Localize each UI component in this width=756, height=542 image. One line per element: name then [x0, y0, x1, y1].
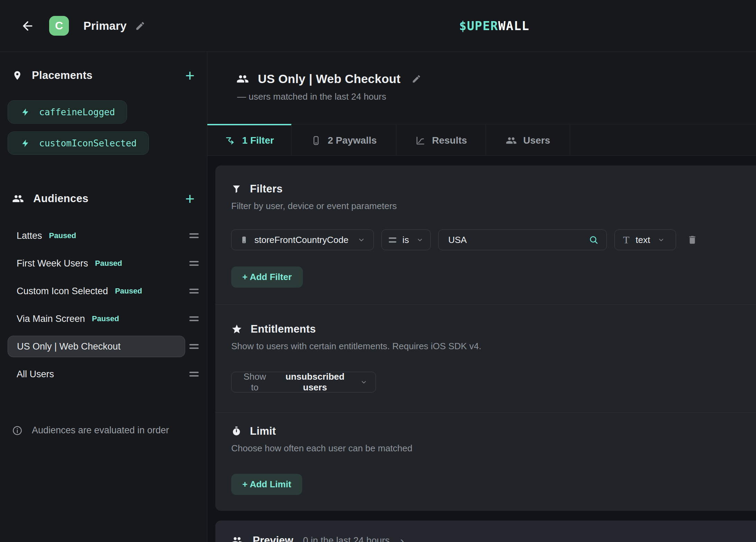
- star-icon: [231, 324, 242, 335]
- audience-item-all-users[interactable]: All Users: [8, 360, 199, 388]
- sidebar: Placements + caffeineLogged customIconSe…: [0, 52, 207, 542]
- filter-row: storeFrontCountryCode is: [231, 229, 746, 250]
- audience-name: First Week Users: [17, 258, 88, 269]
- tab-results[interactable]: Results: [396, 124, 486, 155]
- value-type-select[interactable]: T text: [614, 229, 676, 250]
- edit-project-button[interactable]: [135, 21, 145, 31]
- audience-name: Lattes: [17, 231, 42, 241]
- filter-value-input[interactable]: [448, 235, 582, 245]
- edit-audience-button[interactable]: [412, 74, 421, 84]
- placements-header: Placements +: [8, 68, 199, 83]
- audiences-footnote: Audiences are evaluated in order: [8, 425, 199, 436]
- audience-item-lattes[interactable]: Lattes Paused: [8, 222, 199, 250]
- superwall-logo: $UPERWALL: [459, 19, 529, 33]
- audience-name: Custom Icon Selected: [17, 286, 108, 297]
- status-badge: Paused: [49, 231, 76, 240]
- audience-name: US Only | Web Checkout: [17, 341, 120, 352]
- add-filter-button[interactable]: + Add Filter: [231, 267, 303, 288]
- preview-heading: Preview: [253, 534, 293, 542]
- operator-select[interactable]: is: [381, 229, 431, 250]
- show-to-select[interactable]: Show to unsubscribed users: [231, 372, 376, 392]
- drag-handle-icon[interactable]: [189, 344, 199, 349]
- users-icon: [12, 193, 24, 205]
- tab-label: 2 Paywalls: [328, 135, 377, 146]
- show-to-value: unsubscribed users: [276, 371, 354, 393]
- drag-handle-icon[interactable]: [189, 372, 199, 377]
- phone-icon: [311, 135, 321, 146]
- audience-header: US Only | Web Checkout — users matched i…: [207, 52, 756, 102]
- audience-list: Lattes Paused First Week Users Paused Cu…: [8, 222, 199, 388]
- pencil-icon: [135, 21, 145, 31]
- drag-handle-icon[interactable]: [189, 316, 199, 321]
- footnote-text: Audiences are evaluated in order: [32, 425, 169, 436]
- operator-value: is: [403, 235, 409, 245]
- filter-value-field[interactable]: [438, 229, 607, 250]
- placement-list: caffeineLogged customIconSelected: [8, 100, 199, 155]
- users-icon: [506, 135, 517, 146]
- bolt-icon: [21, 108, 30, 117]
- equals-icon: [389, 237, 396, 243]
- preview-header[interactable]: Preview 0 in the last 24 hours ›: [231, 533, 746, 542]
- parameter-select[interactable]: storeFrontCountryCode: [231, 229, 374, 250]
- stopwatch-icon: [231, 426, 242, 436]
- back-button[interactable]: [19, 18, 36, 34]
- back-arrow-icon: [21, 19, 35, 33]
- chevron-right-icon: ›: [400, 535, 404, 542]
- placements-heading: Placements: [32, 69, 92, 82]
- audience-title: US Only | Web Checkout: [258, 72, 400, 86]
- show-to-label: Show to: [240, 371, 270, 393]
- limit-subtitle: Choose how often each user can be matche…: [231, 443, 746, 454]
- preview-card: Preview 0 in the last 24 hours ›: [215, 521, 756, 542]
- superwall-app: C Primary $UPERWALL Placements + caffein…: [0, 0, 756, 542]
- bolt-icon: [21, 139, 30, 148]
- pencil-icon: [412, 74, 421, 84]
- audience-name: All Users: [17, 369, 54, 380]
- chevron-down-icon: [358, 236, 365, 244]
- main-panel: US Only | Web Checkout — users matched i…: [207, 52, 756, 542]
- tab-filter[interactable]: 1 Filter: [207, 124, 291, 155]
- tab-users[interactable]: Users: [486, 124, 570, 155]
- preview-meta: 0 in the last 24 hours: [303, 535, 390, 542]
- trash-icon: [687, 235, 698, 245]
- audience-item-via-main-screen[interactable]: Via Main Screen Paused: [8, 305, 199, 333]
- chevron-down-icon: [416, 236, 423, 243]
- entitlements-section: Entitlements Show to users with certain …: [215, 305, 756, 412]
- limit-heading: Limit: [250, 425, 276, 437]
- tab-label: Users: [523, 135, 550, 146]
- filters-section: Filters Filter by user, device or event …: [215, 165, 756, 304]
- users-icon: [236, 73, 249, 85]
- value-type: text: [636, 235, 650, 245]
- placement-item-caffeineLogged[interactable]: caffeineLogged: [8, 100, 127, 124]
- filters-heading: Filters: [250, 183, 282, 195]
- project-title: Primary: [83, 19, 127, 33]
- users-icon: [231, 535, 243, 542]
- text-type-icon: T: [623, 235, 629, 245]
- audience-settings-card: Filters Filter by user, device or event …: [215, 165, 756, 511]
- drag-handle-icon[interactable]: [189, 261, 199, 266]
- audience-item-custom-icon-selected[interactable]: Custom Icon Selected Paused: [8, 277, 199, 305]
- audiences-heading: Audiences: [33, 192, 88, 205]
- status-badge: Paused: [95, 259, 122, 268]
- tab-label: Results: [432, 135, 467, 146]
- audiences-header: Audiences +: [8, 191, 199, 206]
- placement-item-customIconSelected[interactable]: customIconSelected: [8, 132, 149, 155]
- entitlements-subtitle: Show to users with certain entitlements.…: [231, 341, 746, 352]
- add-audience-button[interactable]: +: [185, 192, 195, 206]
- add-placement-button[interactable]: +: [185, 69, 195, 82]
- funnel-icon: [231, 184, 242, 194]
- parameter-value: storeFrontCountryCode: [254, 235, 349, 245]
- delete-filter-button[interactable]: [687, 235, 698, 245]
- drag-handle-icon[interactable]: [189, 233, 199, 238]
- phone-icon: [240, 236, 248, 244]
- audience-item-first-week-users[interactable]: First Week Users Paused: [8, 250, 199, 277]
- add-limit-button[interactable]: + Add Limit: [231, 474, 302, 495]
- avatar[interactable]: C: [49, 16, 69, 36]
- audience-item-us-only-web-checkout[interactable]: US Only | Web Checkout: [8, 333, 199, 360]
- tab-bar: 1 Filter 2 Paywalls Results Users: [207, 124, 756, 156]
- placement-label: customIconSelected: [39, 138, 137, 148]
- status-badge: Paused: [92, 314, 119, 323]
- info-icon: [12, 425, 22, 436]
- drag-handle-icon[interactable]: [189, 289, 199, 293]
- tab-paywalls[interactable]: 2 Paywalls: [291, 124, 396, 155]
- filter-flow-icon: [225, 135, 236, 146]
